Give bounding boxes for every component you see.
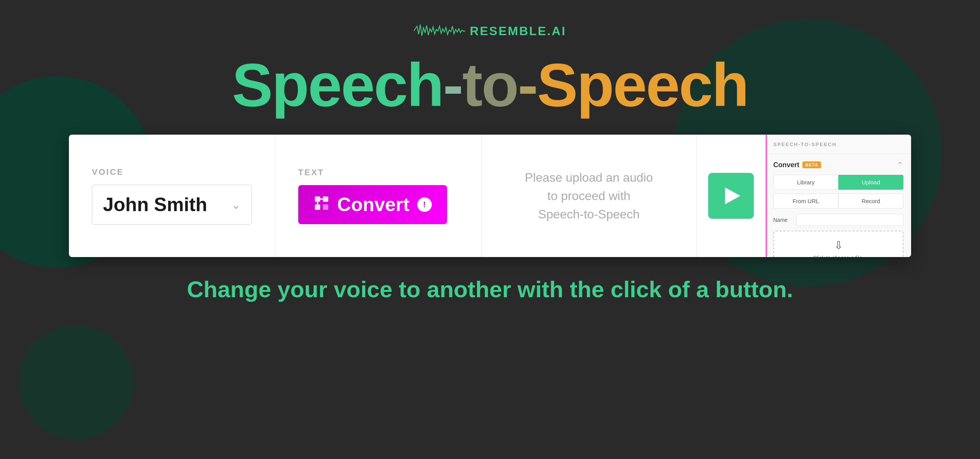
right-panel: SPEECH-TO-SPEECH Convert BETA ⌃ Library …: [766, 135, 911, 257]
beta-badge: BETA: [802, 161, 821, 168]
chevron-down-icon: ⌄: [231, 198, 241, 212]
waveform-icon: [414, 23, 465, 39]
tab-upload[interactable]: Upload: [838, 175, 903, 190]
collapse-icon[interactable]: ⌃: [897, 160, 903, 169]
name-input[interactable]: [796, 214, 903, 226]
convert-row: Convert BETA ⌃: [773, 160, 903, 169]
input-method-tabs: From URL Record: [773, 194, 903, 208]
svg-rect-1: [323, 196, 328, 202]
tab-from-url[interactable]: From URL: [773, 194, 838, 208]
ui-panel: VOICE John Smith ⌄ TEXT: [69, 135, 911, 257]
right-panel-title: SPEECH-TO-SPEECH: [773, 142, 836, 147]
right-panel-header: SPEECH-TO-SPEECH: [766, 135, 911, 154]
title-dash1: -: [443, 50, 462, 119]
upload-arrow-icon: ⇩: [782, 239, 895, 252]
play-icon: [725, 187, 740, 204]
alert-icon: !: [417, 197, 432, 212]
convert-text: Convert: [337, 194, 410, 216]
svg-rect-2: [315, 204, 320, 210]
title-to: to: [462, 50, 518, 119]
tab-library[interactable]: Library: [773, 175, 838, 190]
name-label: Name: [773, 217, 792, 223]
svg-rect-0: [315, 196, 320, 202]
text-label: TEXT: [298, 168, 324, 177]
tagline: Change your voice to another with the cl…: [187, 276, 793, 303]
voice-section: VOICE John Smith ⌄: [69, 135, 275, 257]
convert-button[interactable]: Convert !: [298, 185, 447, 224]
text-section: TEXT Convert !: [275, 135, 482, 257]
title-dash2: -: [518, 50, 537, 119]
tab-record[interactable]: Record: [838, 194, 903, 208]
play-button[interactable]: [708, 173, 754, 219]
upload-area-text: Click to choose a file.: [782, 255, 895, 257]
convert-icon: [314, 195, 330, 215]
logo-text: RESEMBLE.AI: [470, 24, 566, 38]
right-panel-accent: [766, 135, 767, 257]
name-row: Name: [773, 214, 903, 226]
header: RESEMBLE.AI: [414, 23, 566, 39]
title-speech2: Speech: [537, 50, 748, 119]
voice-name: John Smith: [103, 194, 207, 216]
upload-message: Please upload an audioto proceed withSpe…: [525, 168, 653, 223]
play-section: [697, 135, 766, 257]
convert-label: Convert: [773, 161, 799, 169]
upload-message-area: Please upload an audioto proceed withSpe…: [482, 135, 697, 257]
svg-rect-3: [323, 204, 328, 210]
voice-dropdown[interactable]: John Smith ⌄: [92, 185, 252, 225]
upload-area[interactable]: ⇩ Click to choose a file.: [773, 231, 903, 257]
upload-source-tabs: Library Upload: [773, 175, 903, 190]
right-panel-body: Convert BETA ⌃ Library Upload From URL R…: [766, 154, 911, 257]
title-speech1: Speech: [232, 50, 443, 119]
voice-label: VOICE: [92, 167, 252, 177]
main-title: Speech-to-Speech: [232, 54, 748, 116]
